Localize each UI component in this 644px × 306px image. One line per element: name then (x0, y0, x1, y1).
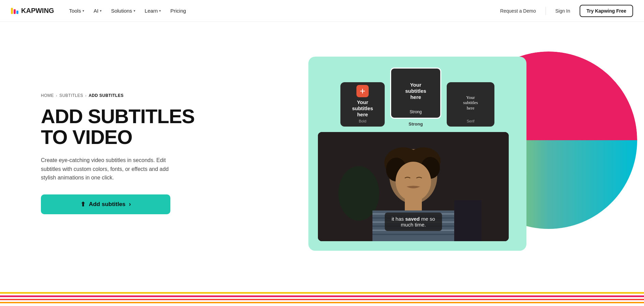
svg-rect-10 (405, 199, 422, 212)
breadcrumb: HOME › SUBTITLES › ADD SUBTITLES (41, 93, 218, 98)
try-free-button[interactable]: Try Kapwing Free (580, 5, 633, 17)
style-card-bold[interactable]: Yoursubtitleshere Bold (340, 82, 385, 127)
logo-text: KAPWING (21, 7, 54, 15)
serif-card-text: Yoursubtitleshere (463, 88, 478, 118)
chevron-down-icon: ▾ (159, 9, 161, 13)
logo-icon (11, 8, 18, 14)
nav-ai[interactable]: AI ▾ (90, 5, 106, 16)
arrow-right-icon: › (129, 201, 131, 208)
chevron-down-icon: ▾ (100, 9, 102, 13)
navigation: KAPWING Tools ▾ AI ▾ Solutions ▾ Learn ▾… (0, 0, 644, 22)
chevron-down-icon: ▾ (82, 9, 84, 13)
hero-description: Create eye-catching video subtitles in s… (41, 156, 184, 182)
nav-pricing[interactable]: Pricing (166, 5, 190, 16)
breadcrumb-separator-2: › (85, 93, 87, 98)
nav-solutions[interactable]: Solutions ▾ (107, 5, 139, 16)
video-preview: it has saved me somuch time. (318, 132, 509, 241)
strong-card-text: Yoursubtitleshere (405, 74, 426, 108)
bold-label: Bold (359, 119, 366, 123)
subtitle-editor-card: Yoursubtitleshere Bold Yoursubtitleshere… (308, 57, 526, 251)
main-content: HOME › SUBTITLES › ADD SUBTITLES ADD SUB… (0, 22, 644, 286)
strong-label: Strong (410, 110, 421, 114)
selected-style-label: Strong (409, 121, 423, 127)
page-title: ADD SUBTITLES TO VIDEO (41, 106, 218, 148)
hero-section: HOME › SUBTITLES › ADD SUBTITLES ADD SUB… (41, 93, 218, 214)
add-subtitles-button[interactable]: ⬆ Add subtitles › (41, 194, 170, 214)
nav-right: Request a Demo Sign In Try Kapwing Free (496, 5, 633, 17)
svg-rect-17 (372, 234, 454, 235)
breadcrumb-home[interactable]: HOME (41, 93, 54, 98)
bold-card-text: Yoursubtitleshere (352, 99, 373, 118)
nav-divider (546, 7, 546, 15)
editor-preview: Yoursubtitleshere Bold Yoursubtitleshere… (218, 38, 617, 270)
nav-learn[interactable]: Learn ▾ (141, 5, 165, 16)
logo[interactable]: KAPWING (11, 7, 54, 15)
subtitle-style-cards: Yoursubtitleshere Bold Yoursubtitleshere… (318, 68, 517, 127)
svg-rect-3 (454, 200, 481, 241)
bold-icon (356, 85, 369, 97)
upload-icon: ⬆ (80, 201, 86, 208)
request-demo-button[interactable]: Request a Demo (496, 5, 540, 16)
subtitle-text-before: it has (392, 216, 405, 222)
video-background: it has saved me somuch time. (318, 132, 509, 241)
nav-links: Tools ▾ AI ▾ Solutions ▾ Learn ▾ Pricing (65, 5, 496, 16)
serif-label: Serif (467, 119, 475, 123)
video-subtitle-overlay: it has saved me somuch time. (385, 213, 442, 231)
bold-card-content: Yoursubtitleshere (352, 85, 373, 118)
style-card-serif[interactable]: Yoursubtitleshere Serif (447, 82, 494, 127)
breadcrumb-subtitles[interactable]: SUBTITLES (59, 93, 83, 98)
svg-point-9 (396, 162, 431, 201)
chevron-down-icon: ▾ (134, 9, 135, 13)
style-card-strong[interactable]: Yoursubtitleshere Strong (390, 68, 441, 119)
breadcrumb-current: ADD SUBTITLES (89, 93, 124, 98)
breadcrumb-separator: › (56, 93, 57, 98)
subtitle-text-bold: saved (405, 216, 420, 222)
sign-in-button[interactable]: Sign In (551, 5, 574, 16)
nav-tools[interactable]: Tools ▾ (65, 5, 88, 16)
